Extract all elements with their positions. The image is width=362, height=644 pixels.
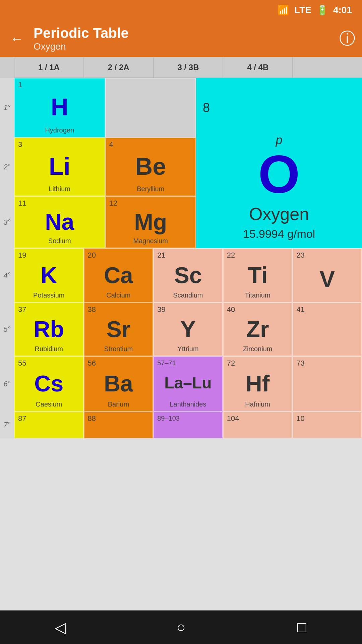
atomic-number-K: 19 bbox=[18, 252, 80, 259]
symbol-Ti: Ti bbox=[227, 259, 289, 291]
element-Rf-partial[interactable]: 104 bbox=[223, 412, 293, 438]
element-Y[interactable]: 39 Y Yttrium bbox=[153, 303, 223, 356]
symbol-K: K bbox=[18, 259, 80, 291]
element-La-Lu[interactable]: 57–71 La–Lu Lanthanides bbox=[153, 356, 223, 412]
atomic-number-Be: 4 bbox=[109, 141, 192, 148]
atomic-number-Nb: 41 bbox=[296, 306, 358, 313]
atomic-number-Mg: 12 bbox=[109, 200, 192, 207]
name-Hf: Hafnium bbox=[227, 400, 289, 408]
selected-big-symbol: O bbox=[258, 147, 300, 201]
nav-home-button[interactable]: ○ bbox=[164, 610, 198, 644]
element-Hf[interactable]: 72 Hf Hafnium bbox=[223, 356, 293, 412]
selected-element-display-row3[interactable]: Oxygen 15.9994 g/mol bbox=[196, 196, 362, 248]
symbol-Rb: Rb bbox=[18, 313, 80, 345]
symbol-V: V bbox=[296, 259, 358, 299]
col-header-4: 4 / 4B bbox=[223, 57, 293, 78]
time-label: 4:01 bbox=[333, 5, 352, 15]
col-header-2: 2 / 2A bbox=[84, 57, 154, 78]
nav-recent-icon: □ bbox=[297, 619, 306, 636]
atomic-number-H: 1 bbox=[18, 81, 101, 89]
app-title: Periodic Table bbox=[34, 25, 333, 41]
atomic-number-Ti: 22 bbox=[227, 252, 289, 259]
atomic-number-last: 10 bbox=[296, 415, 358, 422]
nav-back-button[interactable]: ◁ bbox=[44, 610, 77, 644]
name-Sr: Strontium bbox=[88, 345, 149, 353]
element-Ta-partial[interactable]: 73 bbox=[292, 356, 362, 412]
row-label-7: 7° bbox=[0, 412, 14, 438]
element-V-partial[interactable]: 23 V bbox=[292, 248, 362, 303]
element-Ra-partial[interactable]: 88 bbox=[84, 412, 154, 438]
name-LaLu: Lanthanides bbox=[157, 400, 219, 408]
atomic-number-Zr: 40 bbox=[227, 306, 289, 313]
atomic-number-Ra: 88 bbox=[88, 415, 149, 422]
signal-icon: 📶 bbox=[278, 5, 289, 16]
battery-icon: 🔋 bbox=[316, 5, 328, 16]
atomic-number-LaLu: 57–71 bbox=[157, 360, 219, 366]
element-Nb-partial[interactable]: 41 bbox=[292, 303, 362, 356]
back-button[interactable]: ← bbox=[7, 28, 27, 50]
nav-recent-button[interactable]: □ bbox=[285, 610, 318, 644]
symbol-Hf: Hf bbox=[227, 367, 289, 400]
row-label-4: 4° bbox=[0, 248, 14, 303]
element-Ti[interactable]: 22 Ti Titanium bbox=[223, 248, 293, 303]
name-Na: Sodium bbox=[18, 237, 101, 245]
selected-name: Oxygen bbox=[249, 204, 309, 224]
col-header-5 bbox=[293, 57, 362, 78]
element-Ba[interactable]: 56 Ba Barium bbox=[84, 356, 154, 412]
atomic-number-Rb: 37 bbox=[18, 306, 80, 313]
name-H: Hydrogen bbox=[18, 126, 101, 134]
col-header-1: 1 / 1A bbox=[14, 57, 84, 78]
symbol-Cs: Cs bbox=[18, 367, 80, 400]
atomic-number-AcLr: 89–103 bbox=[157, 415, 219, 422]
atomic-number-Rf: 104 bbox=[227, 415, 289, 422]
element-Rb[interactable]: 37 Rb Rubidium bbox=[14, 303, 84, 356]
element-Ac-Lr-partial[interactable]: 89–103 bbox=[153, 412, 223, 438]
element-Na[interactable]: 11 Na Sodium bbox=[14, 196, 105, 248]
selected-element-display-row2[interactable]: p O bbox=[196, 138, 362, 196]
symbol-Be: Be bbox=[109, 148, 192, 185]
atomic-number-Ca: 20 bbox=[88, 252, 149, 259]
element-Ca[interactable]: 20 Ca Calcium bbox=[84, 248, 154, 303]
name-Ba: Barium bbox=[88, 400, 149, 408]
name-Li: Lithium bbox=[18, 185, 101, 193]
symbol-Ca: Ca bbox=[88, 259, 149, 291]
row-label-6: 6° bbox=[0, 356, 14, 412]
element-Mg[interactable]: 12 Mg Magnesium bbox=[105, 196, 196, 248]
atomic-number-Cs: 55 bbox=[18, 360, 80, 367]
nav-home-icon: ○ bbox=[176, 619, 185, 636]
element-Be[interactable]: 4 Be Beryllium bbox=[105, 138, 196, 196]
element-Sc[interactable]: 21 Sc Scandium bbox=[153, 248, 223, 303]
element-H[interactable]: 1 H Hydrogen bbox=[14, 78, 105, 138]
symbol-Mg: Mg bbox=[109, 207, 192, 237]
element-Fr-partial[interactable]: 87 bbox=[14, 412, 84, 438]
element-Zr[interactable]: 40 Zr Zirconium bbox=[223, 303, 293, 356]
symbol-Na: Na bbox=[18, 207, 101, 237]
name-K: Potassium bbox=[18, 291, 80, 299]
name-Ca: Calcium bbox=[88, 291, 149, 299]
element-Li[interactable]: 3 Li Lithium bbox=[14, 138, 105, 196]
name-Be: Beryllium bbox=[109, 185, 192, 193]
empty-cell-row1 bbox=[105, 78, 196, 138]
symbol-Li: Li bbox=[18, 148, 101, 185]
symbol-H: H bbox=[18, 89, 101, 126]
atomic-number-Ta: 73 bbox=[296, 360, 358, 367]
selected-element-display-row1[interactable]: 8 bbox=[196, 78, 362, 138]
row-label-3: 3° bbox=[0, 196, 14, 248]
element-Sr[interactable]: 38 Sr Strontium bbox=[84, 303, 154, 356]
name-Mg: Magnesium bbox=[109, 237, 192, 245]
element-K[interactable]: 19 K Potassium bbox=[14, 248, 84, 303]
name-Sc: Scandium bbox=[157, 291, 219, 299]
row-label-2: 2° bbox=[0, 138, 14, 196]
element-partial-last[interactable]: 10 bbox=[292, 412, 362, 438]
nav-back-icon: ◁ bbox=[55, 619, 66, 636]
status-bar: 📶 LTE 🔋 4:01 bbox=[0, 0, 362, 20]
name-Cs: Caesium bbox=[18, 400, 80, 408]
info-button[interactable]: ⓘ bbox=[339, 28, 355, 49]
atomic-number-Ba: 56 bbox=[88, 360, 149, 367]
lte-label: LTE bbox=[294, 5, 311, 15]
name-Y: Yttrium bbox=[157, 345, 219, 353]
atomic-number-Hf: 72 bbox=[227, 360, 289, 367]
element-Cs[interactable]: 55 Cs Caesium bbox=[14, 356, 84, 412]
atomic-number-Li: 3 bbox=[18, 141, 101, 148]
symbol-Ba: Ba bbox=[88, 367, 149, 400]
